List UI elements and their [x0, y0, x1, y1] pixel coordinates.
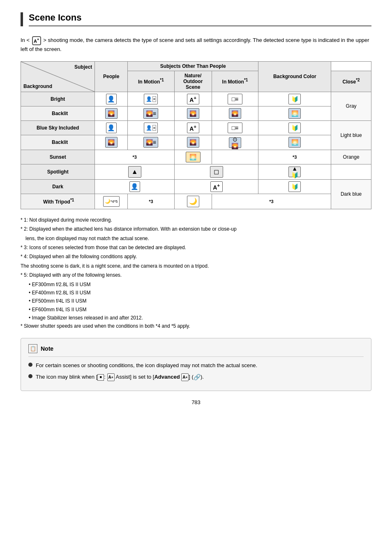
bg-bright: Bright	[21, 92, 95, 106]
bg-color-orange: Orange	[331, 150, 371, 164]
backlit1-nature-icon: 🌄	[187, 108, 199, 119]
bright-people: 👤	[95, 92, 128, 106]
footnote-3: * 3: Icons of scenes selected from those…	[21, 243, 371, 252]
footnote-2b: lens, the icon displayed may not match t…	[25, 234, 371, 243]
bluesky-people-motion: 👤≡	[127, 120, 174, 135]
bg-bluesky: Blue Sky Included	[21, 120, 95, 135]
tripod-people: 🌙*4*5	[95, 194, 128, 209]
sunset-nature: 🌅	[174, 150, 212, 164]
bright-inmotion2: □≡	[212, 92, 258, 106]
nature-bright-icon: A+	[187, 94, 199, 104]
dark-people-icon: 👤	[129, 181, 140, 192]
footnote-2: * 2: Displayed when the attached lens ha…	[21, 225, 371, 233]
subjects-other-header: Subjects Other Than People	[127, 61, 258, 71]
spotlight-close-icon: ▲🔰	[288, 167, 301, 177]
subject-bg-header: Subject Background	[21, 61, 95, 92]
lens-item: Image Stabilizer lenses released in and …	[29, 314, 371, 322]
table-row: Blue Sky Included 👤 👤≡ A+ □≡ 🔰 Light blu…	[21, 120, 371, 135]
bluesky-inmotion2: □≡	[212, 120, 258, 135]
bg-color-darkblue: Dark blue	[331, 179, 371, 209]
bluesky-people: 👤	[95, 120, 128, 135]
background-color-header: Background Color	[258, 61, 331, 92]
dark-close: 🔰	[258, 179, 331, 194]
backlit2-nature: 🌄	[174, 135, 212, 150]
backlit1-people-motion: 🌄≡	[127, 106, 174, 120]
people-header: People	[95, 61, 128, 92]
backlit2-motion: 🌄≡	[127, 135, 174, 150]
table-row: Dark 👤 A+ 🔰 Dark blue	[21, 179, 371, 194]
backlit1-people-icon: 🌄	[105, 108, 118, 119]
tripod-motion: *3	[127, 194, 174, 209]
bg-color-gray: Gray	[331, 92, 371, 120]
backlit2-close: 🌅	[258, 135, 331, 150]
backlit1-close: 🌅	[258, 106, 331, 120]
note-title: Note	[41, 345, 53, 352]
close-header: Close*2	[331, 71, 371, 92]
bluesky-inmotion2-icon: □≡	[228, 123, 242, 133]
bg-backlit-2: Backlit	[21, 135, 95, 150]
backlit1-close-icon: 🌅	[288, 108, 301, 119]
spotlight-people-icon: ▲	[128, 166, 141, 178]
lens-item: EF600mm f/4L IS II USM	[29, 305, 371, 314]
note-box: 📋 Note For certain scenes or shooting co…	[21, 338, 371, 391]
page-number: 783	[21, 399, 371, 405]
bluesky-motion-icon: 👤≡	[144, 123, 158, 133]
bg-dark: Dark	[21, 179, 95, 194]
backlit2-close-icon: 🌅	[288, 137, 301, 148]
backlit2-motion-icon: 🌄≡	[143, 137, 158, 148]
close-bright-icon: 🔰	[288, 94, 301, 104]
person-icon: 👤	[106, 94, 117, 104]
bluesky-people-icon: 👤	[106, 123, 117, 133]
bright-close: 🔰	[258, 92, 331, 106]
sunset-people: *3	[95, 150, 175, 164]
table-row: Backlit 🌄 🌄≡ 🌄 ⊙🌄 🌅	[21, 135, 371, 150]
nature-outdoor-header: Nature/OutdoorScene	[174, 71, 212, 92]
bright-people-motion: 👤≡	[127, 92, 174, 106]
lens-list: EF300mm f/2.8L IS II USM EF400mm f/2.8L …	[29, 280, 371, 322]
mode-icon: A+	[32, 36, 41, 45]
backlit1-inmotion2: 🌄	[212, 106, 258, 120]
dark-close-icon: 🔰	[288, 181, 301, 192]
backlit2-people: 🌄	[95, 135, 128, 150]
spotlight-nature-icon: ◻	[210, 166, 223, 178]
backlit1-people: 🌄	[95, 106, 128, 120]
tripod-nature: 🌙	[174, 194, 212, 209]
bg-backlit-1: Backlit	[21, 106, 95, 120]
scene-table: Subject Background People Subjects Other…	[21, 61, 371, 209]
backlit1-motion-icon: 🌄≡	[143, 108, 158, 119]
sunset-close: *3	[258, 150, 331, 164]
bluesky-close-icon: 🔰	[288, 123, 301, 133]
footnote-5: * 5: Displayed with any of the following…	[21, 271, 371, 279]
note-icon: 📋	[28, 344, 37, 353]
dark-nature: A+	[174, 179, 258, 194]
bg-color-lightblue: Light blue	[331, 120, 371, 150]
slower-shutter-note: * Slower shutter speeds are used when th…	[21, 322, 371, 330]
table-row: Sunset *3 🌅 *3 Orange	[21, 150, 371, 164]
tripod-nature-icon: 🌙	[187, 196, 199, 207]
page-title: Scene Icons	[29, 12, 371, 23]
backlit2-inmotion2: ⊙🌄	[212, 135, 258, 150]
bg-spotlight: Spotlight	[21, 164, 95, 179]
lens-item: EF500mm f/4L IS II USM	[29, 297, 371, 305]
spotlight-bg-color	[331, 164, 371, 179]
footnote-4b: The shooting scene is dark, it is a nigh…	[21, 262, 371, 270]
backlit2-inmotion2-icon: ⊙🌄	[229, 137, 241, 148]
background-label: Background	[23, 83, 52, 89]
bright-nature: A+	[174, 92, 212, 106]
dark-nature-icon: A+	[210, 181, 223, 192]
in-motion-header-2: In Motion*1	[212, 71, 258, 92]
person-motion-icon: 👤≡	[144, 94, 158, 104]
spotlight-close: ▲🔰	[258, 164, 331, 179]
table-row: With Tripod*1 🌙*4*5 *3 🌙 *3	[21, 194, 371, 209]
subject-label: Subject	[74, 64, 92, 70]
bg-sunset: Sunset	[21, 150, 95, 164]
tripod-people-icon: 🌙*4*5	[103, 196, 120, 207]
bluesky-close: 🔰	[258, 120, 331, 135]
backlit2-nature-icon: 🌄	[187, 137, 199, 148]
backlit2-people-icon: 🌄	[105, 137, 118, 148]
note-bullet-2: The icon may blink when [■: A+ Assist] i…	[28, 373, 364, 382]
sunset-nature-icon: 🌅	[186, 152, 201, 162]
lens-item: EF400mm f/2.8L IS II USM	[29, 289, 371, 297]
note-bullets: For certain scenes or shooting condition…	[28, 361, 364, 382]
dark-people: 👤	[95, 179, 175, 194]
